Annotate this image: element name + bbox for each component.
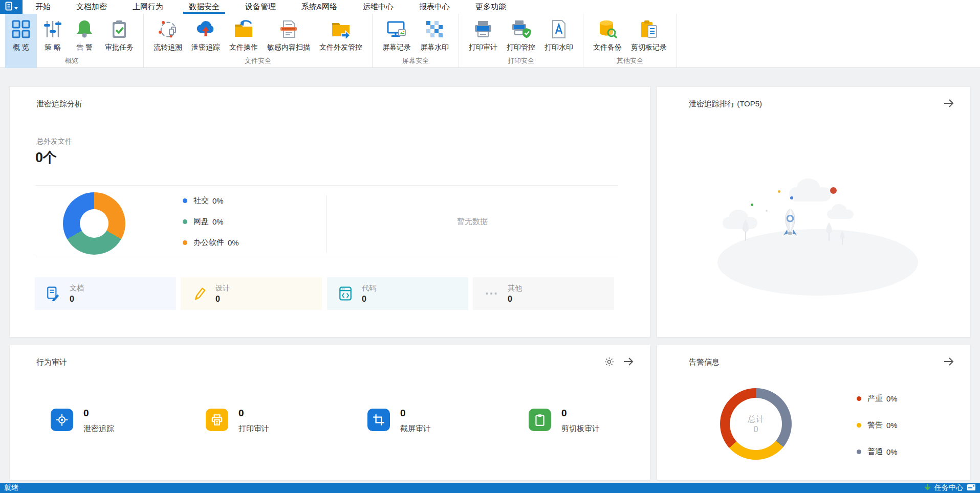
ribbon-button-label: 屏幕记录: [382, 43, 411, 52]
ribbon-button-policy[interactable]: 策 略: [37, 14, 69, 68]
arrow-right-icon[interactable]: [622, 355, 635, 368]
tile-value: 0: [70, 295, 84, 304]
leak-trace-analysis-card: 泄密追踪分析 总外发文件 0个 社交 0% 网盘 0% 办公软件 0% 暂无数据: [9, 86, 650, 338]
ribbon-button-label: 策 略: [45, 43, 61, 52]
download-arrow-icon: [924, 484, 931, 492]
tile-value: 0: [362, 295, 376, 304]
tab-start[interactable]: 开始: [23, 0, 63, 14]
tree-icon: [825, 221, 833, 244]
tab-web-behavior[interactable]: 上网行为: [120, 0, 176, 14]
tab-system-network[interactable]: 系统&网络: [289, 0, 350, 14]
alert-legend: 严重 0% 警告 0% 普通 0%: [857, 392, 898, 472]
legend-label: 严重: [867, 394, 883, 404]
legend-label: 普通: [867, 447, 883, 457]
ribbon: 概 览 策 略 告 警 审批任务 概览: [0, 14, 980, 68]
gear-icon[interactable]: [603, 355, 615, 368]
ribbon-button-label: 剪切板记录: [631, 43, 667, 52]
app-logo-icon: [5, 2, 13, 13]
ribbon-group-overview: 概 览 策 略 告 警 审批任务 概览: [0, 14, 144, 68]
ribbon-button-print-watermark[interactable]: 打印水印: [540, 14, 578, 68]
tray-panel-icon[interactable]: [967, 484, 976, 492]
ribbon-button-label: 打印水印: [545, 43, 573, 52]
ribbon-button-leak-trace[interactable]: 泄密追踪: [187, 14, 225, 68]
ribbon-button-label: 文件外发管控: [319, 43, 362, 52]
stat-value: 0: [83, 408, 89, 419]
tab-more-features[interactable]: 更多功能: [463, 0, 519, 14]
card-title: 泄密追踪分析: [36, 99, 82, 109]
stat-label: 剪切板审计: [561, 424, 600, 434]
tile-label: 代码: [362, 284, 376, 293]
menubar: 开始 文档加密 上网行为 数据安全 设备管理 系统&网络 运维中心 报表中心 更…: [0, 0, 980, 14]
ribbon-button-label: 屏幕水印: [420, 43, 449, 52]
tile-code: 代码 0: [327, 277, 468, 310]
statusbar: 就绪 任务中心: [0, 483, 980, 493]
legend-value: 0%: [886, 421, 898, 430]
tab-report-center[interactable]: 报表中心: [406, 0, 463, 14]
ribbon-button-screen-watermark[interactable]: 屏幕水印: [416, 14, 453, 68]
ribbon-button-label: 概 览: [13, 43, 29, 52]
ribbon-button-flow-trace[interactable]: 流转追溯: [149, 14, 187, 68]
tile-label: 文档: [70, 284, 84, 293]
ribbon-button-outgoing-control[interactable]: 文件外发管控: [315, 14, 367, 68]
ribbon-group-file-security: 流转追溯 泄密追踪 文件操作 敏感内容扫描 文件外发管控: [144, 14, 373, 68]
ribbon-button-clipboard-record[interactable]: 剪切板记录: [626, 14, 671, 68]
clipboard-check-icon: [108, 18, 130, 40]
ribbon-button-file-ops[interactable]: 文件操作: [225, 14, 263, 68]
legend-item-netdisk: 网盘 0%: [183, 215, 239, 228]
rocket-icon: [780, 208, 800, 239]
ribbon-group-print-security: 打印审计 打印管控 打印水印 打印安全: [459, 14, 583, 68]
tree-icon: [839, 230, 845, 248]
alert-info-card: 告警信息 总计 0 严重 0% 警告 0% 普通 0: [657, 345, 971, 480]
task-center-button[interactable]: 任务中心: [924, 483, 976, 492]
app-menu-button[interactable]: [0, 0, 23, 14]
tab-device-manage[interactable]: 设备管理: [232, 0, 289, 14]
ellipsis-icon: [483, 285, 499, 302]
stat-value: 0: [238, 408, 244, 419]
file-backup-icon: [596, 18, 619, 40]
printer-shield-icon: [510, 18, 532, 40]
sliders-icon: [41, 18, 64, 40]
document-scan-icon: [277, 18, 300, 40]
ribbon-button-approval-tasks[interactable]: 审批任务: [100, 14, 138, 68]
ribbon-button-overview[interactable]: 概 览: [5, 14, 37, 68]
arrow-right-icon[interactable]: [943, 355, 955, 368]
legend-dot: [183, 198, 187, 203]
ribbon-button-label: 审批任务: [105, 43, 134, 52]
app-window: 开始 文档加密 上网行为 数据安全 设备管理 系统&网络 运维中心 报表中心 更…: [0, 0, 980, 493]
legend-item-severe: 严重 0%: [857, 392, 898, 405]
tab-doc-encrypt[interactable]: 文档加密: [63, 0, 120, 14]
cloud-icon: [789, 187, 831, 201]
spark-dot: [778, 190, 780, 193]
code-icon: [337, 285, 354, 302]
ribbon-button-print-control[interactable]: 打印管控: [502, 14, 540, 68]
ribbon-button-alert[interactable]: 告 警: [69, 14, 100, 68]
ribbon-button-screen-record[interactable]: 屏幕记录: [378, 14, 416, 68]
ribbon-button-label: 敏感内容扫描: [267, 43, 310, 52]
legend-dot: [857, 396, 861, 401]
tile-value: 0: [215, 295, 230, 304]
folder-export-icon: [330, 18, 352, 40]
no-data-text: 暂无数据: [326, 217, 619, 227]
tab-data-security[interactable]: 数据安全: [176, 0, 232, 14]
ribbon-button-file-backup[interactable]: 文件备份: [589, 14, 626, 68]
spark-dot: [751, 204, 753, 206]
ribbon-group-screen-security: 屏幕记录 屏幕水印 屏幕安全: [373, 14, 459, 68]
total-outgoing-label: 总外发文件: [36, 137, 72, 146]
ribbon-button-label: 打印管控: [507, 43, 535, 52]
ribbon-button-sensitive-scan[interactable]: 敏感内容扫描: [263, 14, 315, 68]
legend-value: 0%: [886, 447, 898, 456]
task-center-label: 任务中心: [934, 483, 963, 492]
legend-label: 社交: [193, 196, 209, 206]
legend-value: 0%: [886, 394, 898, 403]
bell-icon: [73, 18, 96, 40]
status-ready-text: 就绪: [4, 483, 18, 492]
tab-ops-center[interactable]: 运维中心: [350, 0, 406, 14]
ribbon-button-print-audit[interactable]: 打印审计: [464, 14, 502, 68]
crop-icon: [367, 409, 390, 431]
print-receipt-icon: [206, 409, 228, 431]
total-outgoing-value: 0个: [35, 148, 57, 167]
clipboard-record-icon: [638, 18, 660, 40]
ribbon-button-label: 文件操作: [229, 43, 258, 52]
cloud-upload-icon: [194, 18, 217, 40]
pencil-icon: [191, 285, 207, 302]
